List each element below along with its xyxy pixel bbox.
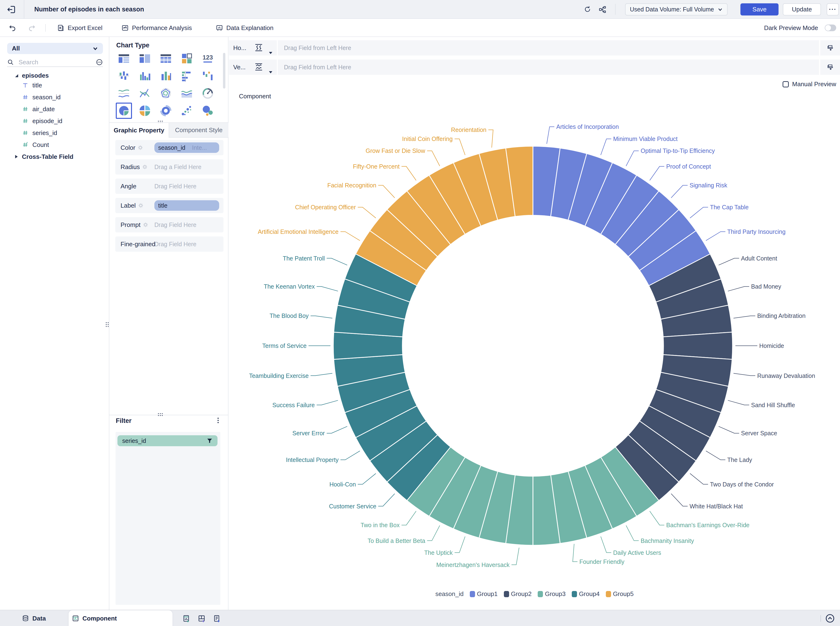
field-item-series_id[interactable]: series_id bbox=[0, 127, 109, 139]
chart-type-bar-opposite[interactable] bbox=[116, 68, 132, 84]
label-leader-line bbox=[317, 400, 338, 405]
field-item-episode_id[interactable]: episode_id bbox=[0, 115, 109, 127]
label-leader-line bbox=[671, 494, 688, 506]
save-button[interactable]: Save bbox=[740, 3, 779, 16]
tab-component[interactable]: Component bbox=[69, 610, 172, 626]
property-row-angle[interactable]: Angle Drag Field Here bbox=[115, 178, 224, 194]
slice-label: Bachmanity Insanity bbox=[641, 537, 694, 544]
chart-type-table-detail[interactable] bbox=[116, 50, 132, 67]
redo-button[interactable] bbox=[28, 19, 36, 37]
legend-item-Group4[interactable]: Group4 bbox=[572, 590, 600, 598]
dataset-select[interactable]: All bbox=[7, 43, 103, 54]
more-button[interactable]: ··· bbox=[827, 3, 839, 16]
filter-menu-icon[interactable] bbox=[218, 418, 219, 424]
chart-type-area[interactable] bbox=[179, 85, 195, 102]
add-screen-icon[interactable] bbox=[213, 615, 221, 623]
undo-button[interactable] bbox=[9, 19, 16, 37]
filter-dropzone[interactable]: series_id bbox=[116, 432, 220, 605]
update-button[interactable]: Update bbox=[783, 3, 821, 16]
search-input[interactable] bbox=[18, 58, 96, 66]
chart-type-gauge[interactable] bbox=[200, 85, 216, 102]
label-leader-line bbox=[340, 232, 360, 241]
chart-type-pie-quadrant[interactable] bbox=[137, 103, 153, 119]
axis-dropzone-horizontal[interactable]: Ho... Drag Field from Left Here bbox=[229, 40, 840, 55]
slice-label: The Blood Boy bbox=[270, 312, 309, 319]
tab-data[interactable]: Data bbox=[22, 610, 46, 626]
chart-type-bar-grouped[interactable] bbox=[137, 68, 153, 84]
slice-label: The Uptick bbox=[424, 549, 453, 556]
slice-label: Signaling Risk bbox=[690, 182, 727, 189]
format-brush-icon[interactable] bbox=[820, 59, 840, 75]
scrollbar[interactable] bbox=[223, 53, 226, 89]
property-row-prompt[interactable]: Prompt Drag Field Here bbox=[115, 217, 224, 232]
label-leader-line bbox=[311, 316, 332, 318]
filter-resize-handle[interactable] bbox=[158, 413, 164, 417]
filter-chip-series-id[interactable]: series_id bbox=[118, 435, 218, 446]
add-dashboard-icon[interactable] bbox=[198, 615, 206, 623]
slice-label: The Patent Troll bbox=[283, 255, 325, 262]
caret-down-icon[interactable] bbox=[269, 71, 272, 74]
vertical-axis-icon bbox=[254, 63, 263, 72]
field-item-season_id[interactable]: season_id bbox=[0, 91, 109, 103]
property-row-fine-grained[interactable]: Fine-grained Drag Field Here bbox=[115, 236, 224, 252]
tab-graphic-property[interactable]: Graphic Property bbox=[109, 123, 169, 138]
chart-type-table-cross[interactable] bbox=[158, 50, 174, 67]
legend-item-Group2[interactable]: Group2 bbox=[504, 590, 532, 598]
slice-label: Meinertzhagen's Haversack bbox=[436, 562, 509, 568]
slice-label: Proof of Concept bbox=[666, 163, 711, 170]
label-leader-line bbox=[706, 451, 726, 460]
caret-down-icon[interactable] bbox=[269, 52, 272, 54]
add-chart-icon[interactable] bbox=[182, 615, 191, 623]
chart-type-line[interactable] bbox=[116, 85, 132, 102]
property-row-label[interactable]: Label title bbox=[115, 198, 224, 213]
performance-analysis-button[interactable]: Performance Analysis bbox=[122, 19, 192, 37]
chart-type-quadrant[interactable] bbox=[179, 50, 195, 67]
format-brush-icon[interactable] bbox=[820, 40, 840, 55]
axis-dropzone-vertical[interactable]: Ve... Drag Field from Left Here bbox=[229, 59, 840, 75]
dark-preview-toggle[interactable] bbox=[825, 25, 836, 31]
manual-preview-checkbox[interactable] bbox=[783, 81, 789, 88]
tree-node-cross-table[interactable]: Cross-Table Field bbox=[0, 151, 109, 163]
data-explanation-button[interactable]: Data Explanation bbox=[216, 19, 273, 37]
chart-type-scatter[interactable] bbox=[179, 103, 195, 119]
slice-label: Initial Coin Offering bbox=[402, 136, 453, 142]
chart-config-panel: Chart Type 123 Graphic Property Componen… bbox=[109, 37, 229, 610]
chart-type-pie[interactable] bbox=[116, 103, 132, 119]
data-volume-dropdown[interactable]: Used Data Volume: Full Volume bbox=[625, 3, 727, 16]
gear-icon[interactable] bbox=[137, 144, 143, 151]
field-item-air_date[interactable]: air_date bbox=[0, 103, 109, 115]
gear-icon[interactable] bbox=[143, 222, 149, 228]
field-sidebar: All episodestitleseason_idair_dateepisod… bbox=[0, 37, 109, 610]
legend-item-Group1[interactable]: Group1 bbox=[470, 590, 498, 598]
gear-icon[interactable] bbox=[142, 164, 148, 170]
tab-component-style[interactable]: Component Style bbox=[169, 123, 229, 138]
field-item-Count[interactable]: *Count bbox=[0, 139, 109, 151]
chart-type-bar-horizontal[interactable] bbox=[179, 68, 195, 84]
refresh-icon[interactable] bbox=[584, 5, 591, 13]
legend-item-Group5[interactable]: Group5 bbox=[606, 590, 634, 598]
chart-type-bubble[interactable] bbox=[200, 103, 216, 119]
chart-type-table-summary[interactable] bbox=[137, 50, 153, 67]
export-excel-button[interactable]: Export Excel bbox=[57, 19, 102, 37]
chart-type-pie-donut[interactable] bbox=[158, 103, 174, 119]
chart-type-indicator-card[interactable]: 123 bbox=[200, 50, 216, 67]
property-row-color[interactable]: Color season_idInte... bbox=[115, 140, 224, 155]
field-item-title[interactable]: title bbox=[0, 79, 109, 91]
more-options-icon[interactable] bbox=[96, 59, 103, 66]
gear-icon[interactable] bbox=[138, 202, 144, 208]
chart-type-radar[interactable] bbox=[158, 85, 174, 102]
text-field-icon bbox=[22, 82, 28, 88]
label-leader-line bbox=[327, 426, 347, 434]
sidebar-resize-handle[interactable] bbox=[106, 322, 110, 328]
property-row-radius[interactable]: Radius Drag a Field Here bbox=[115, 159, 224, 175]
chart-type-bar-colorful[interactable] bbox=[158, 68, 174, 84]
chart-type-line-symbol[interactable] bbox=[137, 85, 153, 102]
legend-item-Group3[interactable]: Group3 bbox=[538, 590, 566, 598]
back-button[interactable] bbox=[7, 5, 16, 14]
label-leader-line bbox=[733, 316, 755, 318]
chart-type-waterfall[interactable] bbox=[200, 68, 216, 84]
flow-icon[interactable] bbox=[599, 5, 606, 14]
collapse-panel-icon[interactable] bbox=[824, 612, 836, 624]
chart-canvas: Ho... Drag Field from Left Here Ve... Dr… bbox=[229, 37, 840, 610]
label-leader-line bbox=[311, 373, 332, 376]
